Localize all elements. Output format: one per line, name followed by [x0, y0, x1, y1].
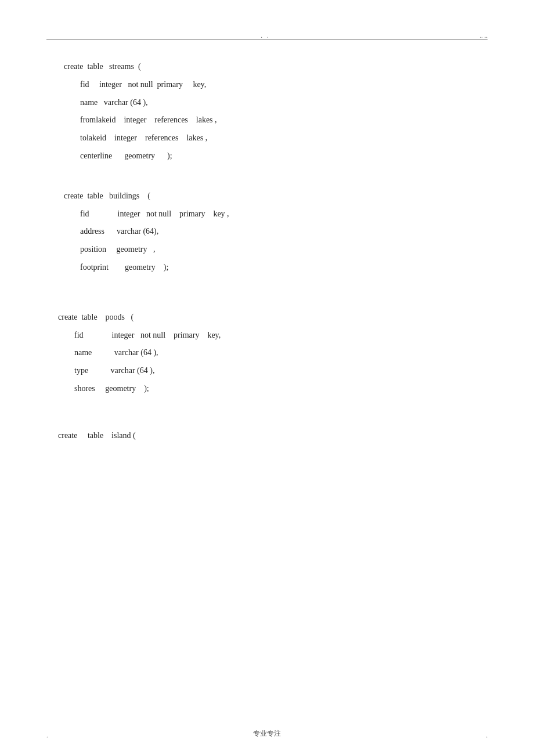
buildings-address: address varchar (64), — [80, 223, 488, 241]
header-center-dots: .. — [261, 32, 273, 39]
create-buildings-line: create table buildings ( — [64, 187, 488, 205]
streams-fromlakeid: fromlakeid integer references lakes , — [80, 111, 488, 129]
footer-right-dot: . — [486, 732, 488, 739]
poods-fields: fid integer not null primary key, name v… — [58, 327, 488, 398]
page-content: create table streams ( fid integer not n… — [0, 0, 534, 445]
footer-center: 专业专注 — [0, 729, 534, 739]
buildings-position: position geometry , — [80, 241, 488, 259]
poods-type: type varchar (64 ), — [74, 362, 488, 380]
sql-block-streams: create table streams ( fid integer not n… — [64, 58, 488, 165]
streams-centerline: centerline geometry ); — [80, 147, 488, 165]
create-streams-line: create table streams ( — [64, 58, 488, 76]
create-poods-line: create table poods ( — [58, 309, 488, 327]
sql-block-island: create table island ( — [58, 427, 488, 445]
streams-fields: fid integer not null primary key, name v… — [64, 76, 488, 165]
header-right-dots: .. .. — [479, 32, 488, 39]
streams-fid: fid integer not null primary key, — [80, 76, 488, 94]
streams-tolakeid: tolakeid integer references lakes , — [80, 129, 488, 147]
sql-block-buildings: create table buildings ( fid integer not… — [64, 187, 488, 277]
sql-block-poods: create table poods ( fid integer not nul… — [58, 309, 488, 398]
buildings-footprint: footprint geometry ); — [80, 259, 488, 277]
poods-shores: shores geometry ); — [74, 380, 488, 398]
create-island-line: create table island ( — [58, 427, 488, 445]
buildings-fields: fid integer not null primary key , addre… — [64, 205, 488, 277]
poods-fid: fid integer not null primary key, — [74, 327, 488, 345]
top-divider — [46, 39, 488, 39]
buildings-fid: fid integer not null primary key , — [80, 205, 488, 223]
header-bar: .. — [0, 32, 534, 39]
streams-name: name varchar (64 ), — [80, 94, 488, 112]
poods-name: name varchar (64 ), — [74, 344, 488, 362]
